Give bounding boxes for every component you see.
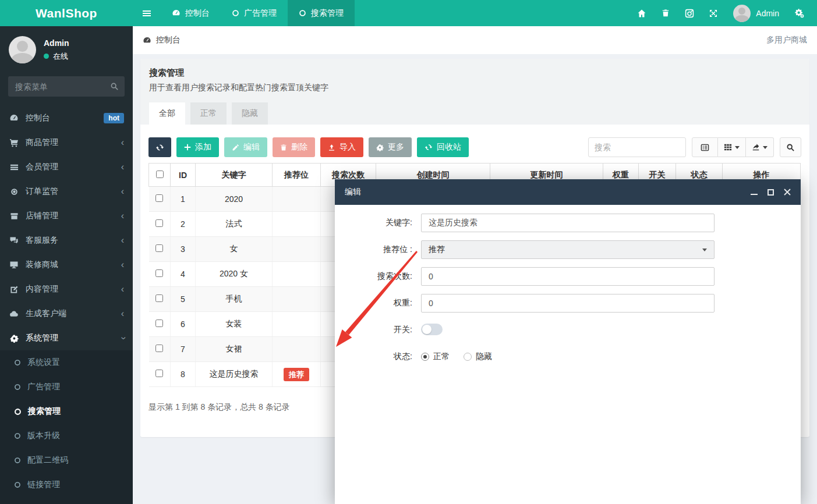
cell-keyword: 女裙 — [196, 337, 273, 362]
sidebar-item-shops[interactable]: 店铺管理 ‹ — [0, 204, 133, 228]
sidebar-item-content[interactable]: 内容管理 ‹ — [0, 277, 133, 301]
sidebar-toggle-button[interactable] — [133, 0, 161, 26]
sidebar-item-goods[interactable]: 商品管理 ‹ — [0, 130, 133, 155]
home-icon — [637, 9, 646, 18]
clear-cache-button[interactable] — [677, 9, 701, 18]
sidebar: Admin 在线 控制台 hot 商品管理 ‹ — [0, 26, 133, 504]
search-count-label: 搜索次数: — [335, 271, 412, 282]
cell-id: 8 — [171, 362, 196, 387]
sidebar-item-system[interactable]: 系统管理 ‹ — [0, 326, 133, 350]
sidebar-item-service[interactable]: 客服服务 ‹ — [0, 228, 133, 253]
user-menu[interactable]: Admin — [725, 5, 787, 22]
col-keyword[interactable]: 关键字 — [196, 164, 273, 187]
topnav-dashboard[interactable]: 控制台 — [161, 0, 221, 26]
sidebar-item-members[interactable]: 会员管理 ‹ — [0, 155, 133, 179]
status-radio-hidden[interactable]: 隐藏 — [464, 352, 492, 362]
more-button[interactable]: 更多 — [369, 137, 412, 157]
home-button[interactable] — [629, 9, 653, 18]
col-id[interactable]: ID — [171, 164, 196, 187]
columns-button[interactable] — [718, 137, 746, 157]
submenu-item-version[interactable]: 版本升级 — [0, 424, 133, 448]
recycle-bin-button[interactable]: 回收站 — [417, 137, 469, 157]
row-checkbox[interactable] — [155, 320, 163, 327]
delete-button[interactable]: 删除 — [273, 137, 315, 157]
breadcrumb-label[interactable]: 控制台 — [156, 35, 181, 45]
chevron-left-icon: ‹ — [121, 162, 124, 172]
settings-button[interactable] — [787, 8, 811, 18]
row-checkbox[interactable] — [155, 269, 163, 277]
maximize-icon[interactable] — [768, 189, 774, 196]
add-button[interactable]: 添加 — [176, 137, 219, 157]
position-select[interactable]: 推荐 — [421, 240, 715, 259]
row-checkbox[interactable] — [155, 219, 163, 227]
select-all-checkbox[interactable] — [156, 171, 164, 178]
sidebar-user-panel: Admin 在线 — [0, 26, 133, 72]
sidebar-item-label: 商品管理 — [26, 137, 115, 148]
submenu-item-search-manage[interactable]: 搜索管理 — [0, 399, 133, 424]
search-button[interactable] — [780, 137, 801, 157]
row-checkbox[interactable] — [155, 345, 163, 352]
edit-button[interactable]: 编辑 — [224, 137, 267, 157]
row-checkbox[interactable] — [155, 294, 163, 302]
fullscreen-button[interactable] — [701, 9, 725, 18]
tab-all[interactable]: 全部 — [149, 102, 185, 125]
search-count-field[interactable] — [421, 267, 715, 286]
add-button-label: 添加 — [195, 142, 211, 152]
archive-icon — [10, 212, 19, 221]
sidebar-item-client[interactable]: 生成客户端 ‹ — [0, 301, 133, 326]
submenu-item-links[interactable]: 链接管理 — [0, 473, 133, 497]
export-button[interactable] — [746, 137, 774, 157]
breadcrumb: 控制台 多用户商城 — [133, 26, 817, 54]
row-checkbox[interactable] — [155, 244, 163, 252]
shop-mode-label: 多用户商城 — [766, 35, 807, 45]
refresh-button[interactable] — [148, 137, 171, 157]
submenu-item-icons[interactable]: 图标管理 — [0, 497, 133, 504]
import-button[interactable]: 导入 — [320, 137, 363, 157]
user-name: Admin — [756, 9, 779, 18]
trash-icon — [280, 144, 287, 151]
cart-icon — [9, 138, 19, 147]
brand-logo[interactable]: WanlShop — [0, 0, 133, 26]
sidebar-item-orders[interactable]: 订单监管 ‹ — [0, 179, 133, 204]
topnav-search-manage-label: 搜索管理 — [311, 8, 344, 19]
topnav-ads[interactable]: 广告管理 — [221, 0, 288, 26]
cell-id: 7 — [171, 337, 196, 362]
row-checkbox[interactable] — [155, 370, 163, 377]
minimize-icon[interactable] — [751, 194, 758, 195]
cell-id: 1 — [171, 187, 196, 212]
status-radio-normal[interactable]: 正常 — [421, 352, 450, 362]
tab-normal[interactable]: 正常 — [190, 102, 227, 125]
dashboard-icon — [172, 9, 181, 17]
detail-view-button[interactable] — [692, 137, 718, 157]
recycle-bin-button-label: 回收站 — [437, 142, 461, 152]
col-position[interactable]: 推荐位 — [273, 164, 321, 187]
gear-icon — [10, 334, 19, 343]
modal-header[interactable]: 编辑 — [335, 179, 801, 205]
keyword-field[interactable] — [421, 214, 715, 232]
weight-field[interactable] — [421, 294, 715, 313]
caret-down-icon — [702, 249, 707, 251]
status-label: 状态: — [335, 352, 412, 362]
sidebar-item-dashboard[interactable]: 控制台 hot — [0, 106, 133, 130]
topnav-search-manage[interactable]: 搜索管理 — [288, 0, 355, 26]
page-subtitle: 用于查看用户搜索记录和配置热门搜索置顶关键字 — [149, 83, 801, 93]
switch-toggle[interactable] — [421, 324, 443, 335]
close-icon[interactable] — [784, 189, 791, 196]
position-label: 推荐位 : — [335, 244, 412, 255]
more-button-label: 更多 — [388, 142, 404, 152]
table-search-input[interactable] — [588, 137, 686, 157]
edit-modal: 编辑 关键字: 推荐位 : 推荐 — [335, 179, 801, 504]
radio-unchecked-icon — [464, 353, 472, 361]
tab-hidden[interactable]: 隐藏 — [232, 102, 268, 125]
submenu-item-ads[interactable]: 广告管理 — [0, 375, 133, 399]
pencil-icon — [232, 144, 239, 151]
sidebar-search-input[interactable] — [8, 76, 125, 97]
trash-button[interactable] — [653, 9, 677, 17]
submenu-item-system-settings[interactable]: 系统设置 — [0, 350, 133, 375]
sidebar-item-decorate[interactable]: 装修商城 ‹ — [0, 253, 133, 277]
cache-icon — [685, 9, 694, 18]
submenu-item-qrcode[interactable]: 配置二维码 — [0, 448, 133, 473]
search-icon[interactable] — [110, 82, 119, 91]
row-checkbox[interactable] — [155, 194, 163, 202]
sidebar-submenu: 系统设置 广告管理 搜索管理 版本升级 配置二维码 链接管理 — [0, 350, 133, 504]
